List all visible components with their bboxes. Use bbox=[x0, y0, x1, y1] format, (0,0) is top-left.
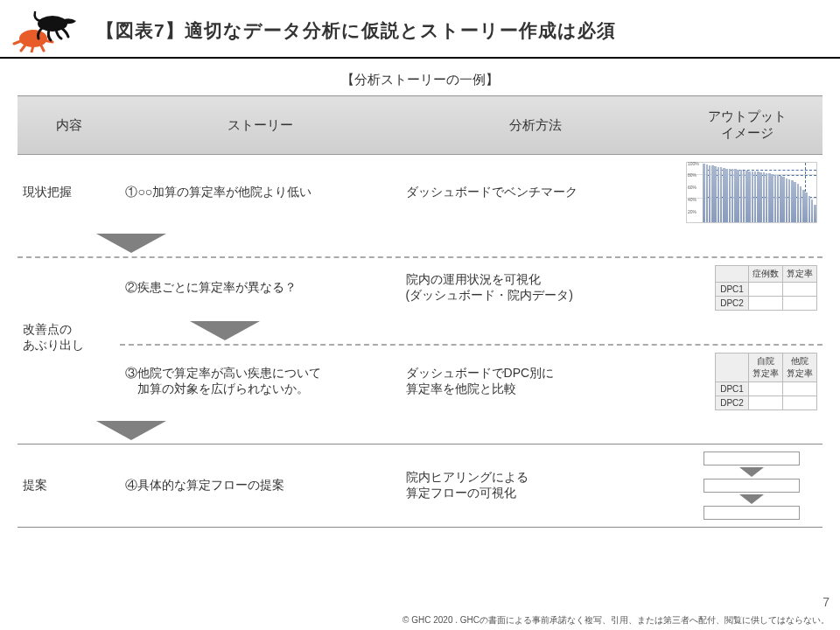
row2-label: 改善点の あぶり出し bbox=[18, 258, 120, 417]
row3-method-l1: ダッシュボードでDPC別に bbox=[406, 366, 555, 380]
mt1-h1: 症例数 bbox=[749, 266, 783, 283]
row2-output: 症例数 算定率 DPC1 DPC2 bbox=[671, 258, 822, 318]
flow-box bbox=[704, 506, 800, 520]
row3-method: ダッシュボードでDPC別に 算定率を他院と比較 bbox=[401, 346, 672, 417]
row2-method-l2: (ダッシュボード・院内データ) bbox=[406, 288, 573, 302]
flow-box bbox=[704, 479, 800, 493]
row4-method-l1: 院内ヒアリングによる bbox=[406, 470, 528, 484]
solid-separator bbox=[18, 527, 822, 528]
slide-title: 【図表7】適切なデータ分析に仮説とストーリー作成は必須 bbox=[96, 18, 616, 43]
table-row: 現状把握 ①○○加算の算定率が他院より低い ダッシュボードでベンチマーク 100… bbox=[18, 155, 822, 231]
company-logo bbox=[9, 9, 79, 52]
row4-method-l2: 算定フローの可視化 bbox=[406, 486, 516, 500]
th-story: ストーリー bbox=[120, 96, 400, 155]
th-method: 分析方法 bbox=[401, 96, 672, 155]
row2-story: ②疾患ごとに算定率が異なる？ bbox=[120, 258, 400, 318]
row3-method-l2: 算定率を他院と比較 bbox=[406, 382, 516, 396]
mt2-h1: 自院算定率 bbox=[749, 354, 783, 382]
row2-label-l1: 改善点の bbox=[23, 322, 72, 336]
th-content: 内容 bbox=[18, 96, 120, 155]
flow-arrow-icon bbox=[739, 494, 764, 504]
arrow-down-icon bbox=[96, 421, 166, 440]
mt1-h2: 算定率 bbox=[783, 266, 817, 283]
chart-tick: 20% bbox=[688, 209, 696, 214]
row2-label-l2: あぶり出し bbox=[23, 338, 84, 352]
table-row: ③他院で算定率が高い疾患について 加算の対象を広げられないか。 ダッシュボードで… bbox=[18, 346, 822, 417]
chart-tick: 40% bbox=[688, 197, 696, 202]
flow-diagram-icon bbox=[686, 452, 817, 520]
page-number: 7 bbox=[402, 595, 830, 609]
row3-output: 自院算定率 他院算定率 DPC1 DPC2 bbox=[671, 346, 822, 417]
table-header-row: 内容 ストーリー 分析方法 アウトプット イメージ bbox=[18, 96, 822, 155]
mt1-r2: DPC2 bbox=[716, 297, 749, 311]
mini-table-2: 自院算定率 他院算定率 DPC1 DPC2 bbox=[715, 353, 817, 410]
mt2-h2: 他院算定率 bbox=[783, 354, 817, 382]
chart-tick: 100% bbox=[688, 161, 699, 166]
row1-label: 現状把握 bbox=[18, 155, 120, 231]
mt2-r2: DPC2 bbox=[716, 396, 749, 410]
subtitle: 【分析ストーリーの一例】 bbox=[0, 72, 840, 88]
copyright-text: © GHC 2020 . GHCの書面による事前承諾なく複写、引用、または第三者… bbox=[402, 614, 830, 626]
row3-story-l2: 加算の対象を広げられないか。 bbox=[125, 382, 309, 396]
analysis-story-table: 内容 ストーリー 分析方法 アウトプット イメージ 現状把握 ①○○加算の算定率… bbox=[18, 95, 822, 528]
row3-story-l1: ③他院で算定率が高い疾患について bbox=[125, 366, 321, 380]
row1-output: 100% 80% 60% 40% 20% bbox=[671, 155, 822, 231]
chart-tick: 60% bbox=[688, 185, 696, 190]
row2-method: 院内の運用状況を可視化 (ダッシュボード・院内データ) bbox=[401, 258, 672, 318]
benchmark-chart-icon: 100% 80% 60% 40% 20% bbox=[686, 162, 817, 223]
row4-method: 院内ヒアリングによる 算定フローの可視化 bbox=[401, 444, 672, 527]
row1-method: ダッシュボードでベンチマーク bbox=[401, 155, 672, 231]
th-output: アウトプット イメージ bbox=[671, 96, 822, 155]
row4-label: 提案 bbox=[18, 444, 120, 527]
row4-story: ④具体的な算定フローの提案 bbox=[120, 444, 400, 527]
row3-story: ③他院で算定率が高い疾患について 加算の対象を広げられないか。 bbox=[120, 346, 400, 417]
chart-tick: 80% bbox=[688, 172, 696, 178]
row1-story: ①○○加算の算定率が他院より低い bbox=[120, 155, 400, 231]
table-row: 改善点の あぶり出し ②疾患ごとに算定率が異なる？ 院内の運用状況を可視化 (ダ… bbox=[18, 258, 822, 318]
header-rule bbox=[0, 57, 840, 59]
th-output-l1: アウトプット bbox=[708, 108, 787, 123]
row4-output bbox=[671, 444, 822, 527]
flow-box bbox=[704, 452, 800, 466]
th-output-l2: イメージ bbox=[721, 125, 774, 140]
arrow-down-icon bbox=[190, 321, 260, 340]
mt2-r1: DPC1 bbox=[716, 382, 749, 396]
footer: 7 © GHC 2020 . GHCの書面による事前承諾なく複写、引用、または第… bbox=[402, 595, 830, 626]
table-row: 提案 ④具体的な算定フローの提案 院内ヒアリングによる 算定フローの可視化 bbox=[18, 444, 822, 527]
mini-table-1: 症例数 算定率 DPC1 DPC2 bbox=[715, 265, 817, 311]
flow-arrow-icon bbox=[739, 467, 764, 477]
row2-method-l1: 院内の運用状況を可視化 bbox=[406, 272, 541, 286]
mt1-r1: DPC1 bbox=[716, 283, 749, 297]
arrow-down-icon bbox=[96, 234, 166, 253]
